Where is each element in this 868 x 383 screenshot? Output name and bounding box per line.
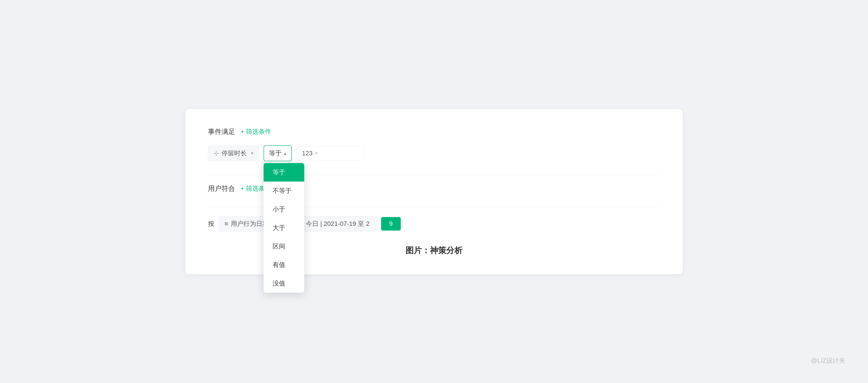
run-button[interactable]: 9 (381, 217, 401, 231)
dropdown-item-youzhi[interactable]: 有值 (264, 256, 304, 274)
dropdown-item-meizhi[interactable]: 没值 (264, 274, 304, 293)
event-section-header: 事件满足 + 筛选条件 (208, 127, 660, 136)
stay-duration-pill[interactable]: ⊹ 停留时长 ▾ (208, 146, 259, 161)
dropdown-item-qujian[interactable]: 区间 (264, 237, 304, 256)
value-tag: 123 × (302, 150, 318, 157)
date-range-label: 今日 | 2021-07-19 至 2 (306, 219, 369, 228)
user-section-title: 用户符合 (208, 184, 235, 193)
main-card: 事件满足 + 筛选条件 ⊹ 停留时长 ▾ 等于 ▴ 等于 不等于 小于 (185, 109, 683, 274)
dropdown-item-xiaoyu[interactable]: 小于 (264, 200, 304, 219)
sort-label: 用户行为日期 (231, 219, 269, 228)
stay-duration-label: 停留时长 (221, 149, 247, 158)
operator-dropdown-trigger[interactable]: 等于 ▴ (264, 145, 292, 161)
operator-dropdown-menu: 等于 不等于 小于 大于 区间 有值 没值 (264, 163, 304, 293)
operator-arrow-icon: ▴ (284, 150, 286, 156)
value-input-box[interactable]: 123 × (296, 146, 364, 160)
dropdown-item-dayu[interactable]: 大于 (264, 219, 304, 237)
value-text: 123 (302, 150, 313, 157)
operator-wrapper: 等于 ▴ 等于 不等于 小于 大于 区间 有值 没值 (264, 145, 292, 161)
duration-icon: ⊹ (214, 149, 219, 157)
value-close-icon[interactable]: × (315, 150, 318, 156)
watermark: @LIZ设计夹 (811, 356, 845, 365)
event-section-title: 事件满足 (208, 127, 235, 136)
duration-arrow-icon: ▾ (251, 150, 253, 156)
sort-icon: ≡ (224, 220, 228, 228)
dropdown-item-dengyu[interactable]: 等于 (264, 163, 304, 181)
event-filter-row: ⊹ 停留时长 ▾ 等于 ▴ 等于 不等于 小于 大于 区间 有值 没值 (208, 145, 660, 161)
event-section: 事件满足 + 筛选条件 ⊹ 停留时长 ▾ 等于 ▴ 等于 不等于 小于 (208, 127, 660, 161)
dropdown-item-budengyu[interactable]: 不等于 (264, 181, 304, 200)
operator-label: 等于 (269, 149, 282, 158)
event-add-filter-button[interactable]: + 筛选条件 (241, 127, 271, 136)
by-label: 按 (208, 219, 214, 228)
